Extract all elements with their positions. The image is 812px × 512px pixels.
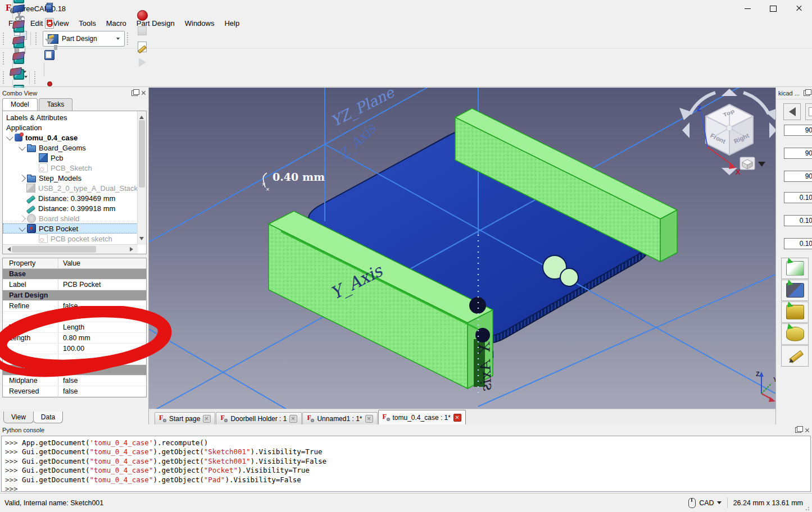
close-panel-icon[interactable] <box>141 90 146 95</box>
subtractive-loft-button[interactable] <box>10 33 26 48</box>
nav-arrow-down-icon[interactable] <box>722 168 737 175</box>
tab-tasks[interactable]: Tasks <box>39 98 73 111</box>
tree-item-pcb-pocket[interactable]: PCB Pocket <box>3 223 138 234</box>
float-panel-icon[interactable] <box>804 90 810 96</box>
property-value[interactable]: false <box>58 386 146 396</box>
kicad-field-3[interactable] <box>784 171 812 182</box>
create-sketch-button[interactable] <box>42 16 57 31</box>
property-value[interactable]: 0.80 mm <box>58 333 146 343</box>
tree-item-pcb[interactable]: Pcb <box>3 153 138 163</box>
macro-stop-button[interactable] <box>134 23 150 39</box>
document-tab-doorbell-holder-1[interactable]: Doorbell Holder : 1 <box>216 412 302 424</box>
float-panel-icon[interactable] <box>131 90 138 96</box>
menu-help[interactable]: Help <box>219 18 244 29</box>
nav-cube-dropdown-icon[interactable] <box>758 162 765 167</box>
tree-item-tomu-0-4-case[interactable]: tomu_0.4_case <box>3 132 138 143</box>
kicad-back-button[interactable] <box>783 103 801 120</box>
menu-windows[interactable]: Windows <box>180 18 220 29</box>
close-tab-icon[interactable] <box>289 415 297 423</box>
scrollbar-thumb[interactable] <box>12 246 96 253</box>
property-value[interactable] <box>58 354 146 364</box>
toolbar-grip[interactable] <box>3 71 7 84</box>
kicad-field-4[interactable] <box>784 192 812 203</box>
tree-item-distance-0-399469-mm[interactable]: Distance: 0.399469 mm <box>3 193 138 203</box>
python-console-input[interactable]: >>> App.getDocument('tomu_0_4_case').rec… <box>1 436 811 492</box>
resize-grip[interactable] <box>805 505 811 511</box>
scroll-up-icon[interactable] <box>139 113 144 119</box>
tree-item-step-models[interactable]: Step_Models <box>3 173 138 183</box>
expander-open-icon[interactable] <box>19 224 26 231</box>
document-tab-unnamed1-1[interactable]: Unnamed1 : 1* <box>302 412 377 424</box>
tree-item-board-shield[interactable]: Board shield <box>3 213 138 223</box>
groove-button[interactable] <box>10 17 26 33</box>
nav-style-dropdown-icon[interactable] <box>717 501 722 504</box>
float-panel-icon[interactable] <box>795 427 801 433</box>
nav-style-selector[interactable]: CAD <box>699 499 714 507</box>
nav-arrow-right-icon[interactable] <box>769 122 775 138</box>
maximize-button[interactable] <box>760 0 786 17</box>
scroll-right-icon[interactable] <box>130 247 135 252</box>
navigation-cube[interactable]: Top Front Right Z X <box>679 89 775 176</box>
tree-item-usb-2-0-type-a-dual-stacked-jac[interactable]: USB_2_0_type_A_Dual_Stacked_jac <box>3 183 138 193</box>
scroll-down-icon[interactable] <box>139 237 144 243</box>
kicad-field-1[interactable] <box>784 125 812 136</box>
kicad-field-5[interactable] <box>784 215 812 226</box>
kicad-field-2[interactable] <box>784 148 812 159</box>
document-tab-start-page[interactable]: Start page <box>155 412 215 424</box>
tab-view[interactable]: View <box>3 412 34 423</box>
close-panel-icon[interactable] <box>805 428 810 433</box>
kicad-export-3d-button[interactable] <box>781 280 809 301</box>
macro-record-button[interactable] <box>134 7 150 23</box>
kicad-edit-button[interactable] <box>781 345 809 367</box>
kicad-field-6[interactable] <box>784 238 812 249</box>
expander-open-icon[interactable] <box>6 133 13 140</box>
tree-item-pcb-sketch[interactable]: PCB_Sketch <box>3 163 138 173</box>
property-value[interactable]: Length <box>58 322 146 332</box>
3d-viewport[interactable]: YZ_Plane Z_Axis <box>149 88 775 409</box>
toolbar-grip[interactable] <box>3 52 7 65</box>
tree-item-labels-attributes[interactable]: Labels & Attributes <box>3 112 138 122</box>
subtractive-primitive-dropdown[interactable] <box>23 71 26 73</box>
kicad-load-part-button[interactable] <box>781 301 809 323</box>
column-value[interactable]: Value <box>58 258 146 268</box>
kicad-export-library-button[interactable] <box>781 323 809 345</box>
tree-item-distance-0-399918-mm[interactable]: Distance: 0.399918 mm <box>3 203 138 213</box>
tree-vertical-scrollbar[interactable] <box>137 111 146 245</box>
menu-macro[interactable]: Macro <box>101 18 131 29</box>
tab-data[interactable]: Data <box>33 412 63 423</box>
tree-horizontal-scrollbar[interactable] <box>3 244 138 254</box>
map-sketch-button[interactable] <box>42 31 57 47</box>
minimize-button[interactable] <box>734 0 760 17</box>
toolbar-grip[interactable] <box>127 33 131 45</box>
property-value[interactable]: false <box>58 301 146 311</box>
scroll-left-icon[interactable] <box>5 247 11 252</box>
toolbar-grip[interactable] <box>34 71 39 84</box>
expander-open-icon[interactable] <box>19 143 26 150</box>
kicad-load-board-button[interactable] <box>781 258 809 279</box>
subtractive-primitive-button[interactable] <box>10 64 26 80</box>
toolbar-grip[interactable] <box>35 33 40 45</box>
close-tab-icon[interactable] <box>453 414 461 422</box>
property-value[interactable]: false <box>58 376 146 386</box>
expander-closed-icon[interactable] <box>19 215 26 222</box>
property-value[interactable]: 100.00 <box>58 344 146 354</box>
close-tab-icon[interactable] <box>203 415 211 423</box>
hole-button[interactable] <box>10 1 26 17</box>
scrollbar-thumb[interactable] <box>139 120 145 188</box>
tree-item-pcb-pocket-sketch[interactable]: PCB pocket sketch <box>3 234 138 244</box>
property-value[interactable]: PCB Pocket <box>58 280 146 290</box>
nav-cube-menu-button[interactable] <box>740 157 765 170</box>
menu-tools[interactable]: Tools <box>74 18 101 29</box>
property-value[interactable] <box>58 312 146 322</box>
expander-closed-icon[interactable] <box>19 175 26 182</box>
close-button[interactable] <box>786 0 812 17</box>
create-body-button[interactable] <box>42 0 57 16</box>
document-tab-tomu-0-4-case-1[interactable]: tomu_0.4_case : 1* <box>378 410 466 424</box>
tree-item-board-geoms[interactable]: Board_Geoms <box>3 143 138 153</box>
tab-model[interactable]: Model <box>2 98 38 111</box>
toolbar-grip[interactable] <box>3 33 7 45</box>
kicad-next-button[interactable] <box>805 103 812 120</box>
subtractive-pipe-button[interactable] <box>10 48 26 64</box>
nav-arrow-left-icon[interactable] <box>682 122 689 138</box>
tree-item-application[interactable]: Application <box>3 122 138 132</box>
